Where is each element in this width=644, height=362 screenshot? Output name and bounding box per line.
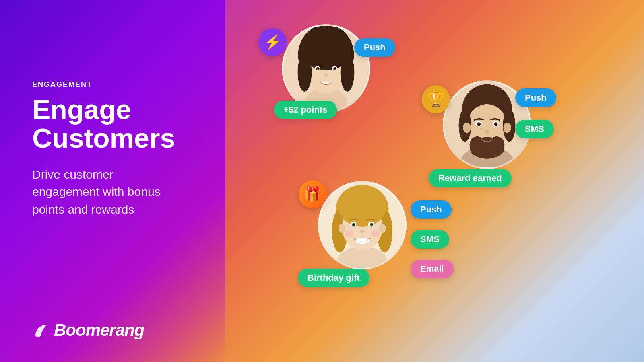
email-label: Email: [420, 264, 444, 274]
svg-point-13: [318, 68, 319, 69]
svg-point-33: [479, 123, 480, 125]
push-label-2: Push: [525, 93, 547, 103]
svg-point-52: [371, 224, 373, 225]
svg-rect-39: [346, 251, 379, 268]
category-label: ENGAGEMENT: [32, 80, 217, 89]
person-1-face: [283, 26, 369, 111]
avatar-person-3: [318, 181, 407, 269]
push-badge-person-2: Push: [515, 88, 556, 107]
svg-point-35: [485, 130, 489, 134]
svg-point-44: [339, 224, 345, 233]
person-3-face: [320, 183, 405, 268]
gift-icon-circle: 🎁: [299, 180, 327, 208]
svg-point-24: [489, 136, 505, 153]
sms-label-3: SMS: [420, 234, 440, 245]
points-label: +62 points: [283, 105, 327, 115]
svg-point-54: [355, 238, 369, 244]
svg-point-28: [503, 123, 511, 133]
birthday-label: Birthday gift: [308, 273, 360, 283]
trophy-icon-circle: 🏆: [422, 85, 450, 113]
birthday-badge-person-3: Birthday gift: [298, 269, 369, 287]
push-badge-person-1: Push: [354, 38, 395, 57]
svg-point-8: [301, 28, 351, 70]
svg-point-14: [334, 68, 336, 69]
svg-point-51: [353, 224, 355, 225]
gift-emoji: 🎁: [304, 186, 322, 203]
description-text: Drive customer engagement with bonus poi…: [32, 166, 177, 218]
svg-point-15: [324, 74, 328, 77]
boomerang-icon: [32, 321, 50, 339]
right-avatars-section: ⚡ Push +62 points: [233, 0, 644, 362]
push-label-1: Push: [364, 42, 386, 53]
svg-point-34: [495, 123, 497, 125]
trophy-emoji: 🏆: [427, 91, 445, 108]
points-badge-person-1: +62 points: [274, 101, 337, 119]
left-text-section: ENGAGEMENT Engage Customers Drive custom…: [32, 80, 217, 218]
logo: Boomerang: [32, 321, 144, 340]
push-badge-person-3: Push: [411, 200, 452, 219]
svg-point-46: [338, 187, 386, 227]
reward-badge-person-2: Reward earned: [429, 169, 512, 187]
svg-point-55: [345, 230, 354, 237]
content-container: ENGAGEMENT Engage Customers Drive custom…: [0, 0, 644, 362]
svg-point-53: [360, 230, 364, 233]
email-badge-person-3: Email: [411, 260, 454, 278]
logo-text: Boomerang: [54, 321, 144, 340]
lightning-icon-circle: ⚡: [258, 28, 287, 56]
sms-badge-person-2: SMS: [515, 120, 554, 138]
svg-point-23: [470, 136, 485, 153]
avatar-person-1: [282, 24, 370, 113]
main-title: Engage Customers: [32, 95, 217, 153]
sms-label-2: SMS: [525, 124, 544, 134]
svg-point-27: [463, 123, 471, 133]
page-background: ENGAGEMENT Engage Customers Drive custom…: [0, 0, 644, 362]
sms-badge-person-3: SMS: [411, 230, 449, 249]
lightning-emoji: ⚡: [264, 34, 282, 51]
reward-label: Reward earned: [438, 173, 502, 183]
svg-point-45: [379, 224, 386, 233]
push-label-3: Push: [420, 204, 442, 215]
svg-point-56: [371, 230, 380, 237]
